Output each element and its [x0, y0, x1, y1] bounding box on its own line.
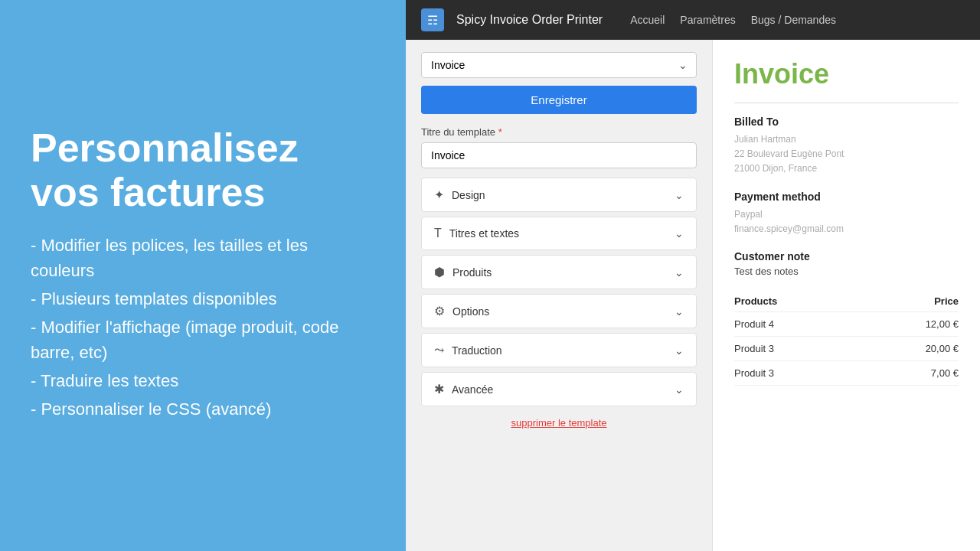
- main-heading: Personnalisez vos factures: [31, 126, 375, 214]
- app-title: Spicy Invoice Order Printer: [456, 13, 603, 27]
- feature-item: - Modifier les polices, les tailles et l…: [31, 233, 375, 283]
- customer-note-label: Customer note: [734, 250, 959, 262]
- accordion-produits: ⬢ Produits ⌄: [421, 255, 697, 289]
- accordion-design: ✦ Design ⌄: [421, 178, 697, 212]
- accordion-traduction-label: Traduction: [452, 344, 502, 357]
- billed-to-label: Billed To: [734, 116, 959, 128]
- billed-to-line3: 21000 Dijon, France: [734, 161, 959, 176]
- accordion-titres-chevron: ⌄: [675, 227, 684, 240]
- table-row: Produit 4 12,00 €: [734, 311, 959, 336]
- accordion-traduction-chevron: ⌄: [675, 344, 684, 357]
- accordion-options-label: Options: [452, 305, 489, 318]
- delete-section: supprimer le template: [421, 416, 697, 429]
- accordion-avancee: ✱ Avancée ⌄: [421, 372, 697, 406]
- save-button[interactable]: Enregistrer: [421, 86, 697, 114]
- product-price: 20,00 €: [861, 336, 959, 360]
- form-panel: Invoice ⌄ Enregistrer Titre du template …: [406, 40, 712, 551]
- feature-item: - Modifier l'affichage (image produit, c…: [31, 315, 375, 365]
- delete-template-link[interactable]: supprimer le template: [511, 417, 607, 429]
- produits-icon: ⬢: [434, 265, 445, 279]
- accordion-traduction-header[interactable]: ⤳ Traduction ⌄: [422, 334, 696, 367]
- right-panel: ☶ Spicy Invoice Order Printer AccueilPar…: [406, 0, 980, 551]
- features-list: - Modifier les polices, les tailles et l…: [31, 233, 375, 425]
- avancee-icon: ✱: [434, 382, 444, 396]
- product-price: 7,00 €: [861, 360, 959, 385]
- accordion-design-header[interactable]: ✦ Design ⌄: [422, 178, 696, 211]
- accordion-produits-label: Produits: [452, 266, 492, 279]
- navbar-link[interactable]: Accueil: [630, 14, 665, 26]
- invoice-title: Invoice: [734, 58, 959, 90]
- payment-line1: Paypal: [734, 207, 959, 222]
- titres-icon: T: [434, 227, 442, 240]
- accordion-avancee-header[interactable]: ✱ Avancée ⌄: [422, 373, 696, 406]
- feature-item: - Plusieurs templates disponibles: [31, 286, 375, 311]
- products-col-header: Products: [734, 291, 861, 312]
- product-name: Produit 3: [734, 336, 861, 360]
- table-row: Produit 3 7,00 €: [734, 360, 959, 385]
- accordion-avancee-label: Avancée: [452, 383, 493, 396]
- payment-text: Paypal finance.spicey@gmail.com: [734, 207, 959, 236]
- billed-to-line1: Julian Hartman: [734, 132, 959, 147]
- accordion-produits-chevron: ⌄: [675, 266, 684, 279]
- logo-icon: ☶: [427, 13, 438, 28]
- navbar-links: AccueilParamètresBugs / Demandes: [630, 14, 836, 26]
- required-marker: *: [498, 126, 502, 138]
- accordion-design-chevron: ⌄: [675, 189, 684, 201]
- traduction-icon: ⤳: [434, 343, 444, 357]
- accordion-options: ⚙ Options ⌄: [421, 294, 697, 328]
- accordion-titres: T Titres et textes ⌄: [421, 217, 697, 250]
- billed-to-address: Julian Hartman 22 Boulevard Eugène Pont …: [734, 132, 959, 177]
- payment-label: Payment method: [734, 191, 959, 203]
- products-table: Products Price Produit 4 12,00 € Produit…: [734, 291, 959, 386]
- accordion-traduction: ⤳ Traduction ⌄: [421, 333, 697, 367]
- template-select[interactable]: Invoice: [421, 52, 697, 78]
- navbar-link[interactable]: Bugs / Demandes: [751, 14, 836, 26]
- product-name: Produit 4: [734, 311, 861, 336]
- navbar: ☶ Spicy Invoice Order Printer AccueilPar…: [406, 0, 980, 40]
- feature-item: - Traduire les textes: [31, 368, 375, 393]
- accordion-options-header[interactable]: ⚙ Options ⌄: [422, 295, 696, 328]
- feature-item: - Personnaliser le CSS (avancé): [31, 396, 375, 422]
- payment-line2: finance.spicey@gmail.com: [734, 222, 959, 236]
- preview-panel: Invoice Billed To Julian Hartman 22 Boul…: [712, 40, 980, 551]
- product-name: Produit 3: [734, 360, 861, 385]
- navbar-link[interactable]: Paramètres: [680, 14, 735, 26]
- accordion-produits-header[interactable]: ⬢ Produits ⌄: [422, 256, 696, 289]
- app-logo: ☶: [421, 8, 444, 31]
- options-icon: ⚙: [434, 304, 445, 318]
- accordion-titres-label: Titres et textes: [449, 227, 519, 240]
- left-panel: Personnalisez vos factures - Modifier le…: [0, 0, 406, 551]
- template-select-wrapper: Invoice ⌄: [421, 52, 697, 78]
- title-label: Titre du template *: [421, 126, 697, 138]
- accordion-design-label: Design: [452, 189, 485, 201]
- accordion-options-chevron: ⌄: [675, 305, 684, 318]
- customer-note-text: Test des notes: [734, 266, 959, 277]
- design-icon: ✦: [434, 187, 444, 202]
- main-content: Invoice ⌄ Enregistrer Titre du template …: [406, 40, 980, 551]
- price-col-header: Price: [861, 291, 959, 312]
- accordion-titres-header[interactable]: T Titres et textes ⌄: [422, 217, 696, 249]
- table-row: Produit 3 20,00 €: [734, 336, 959, 360]
- divider: [734, 103, 959, 103]
- accordion-avancee-chevron: ⌄: [675, 383, 684, 396]
- billed-to-line2: 22 Boulevard Eugène Pont: [734, 147, 959, 161]
- title-input[interactable]: [421, 142, 697, 168]
- product-price: 12,00 €: [861, 311, 959, 336]
